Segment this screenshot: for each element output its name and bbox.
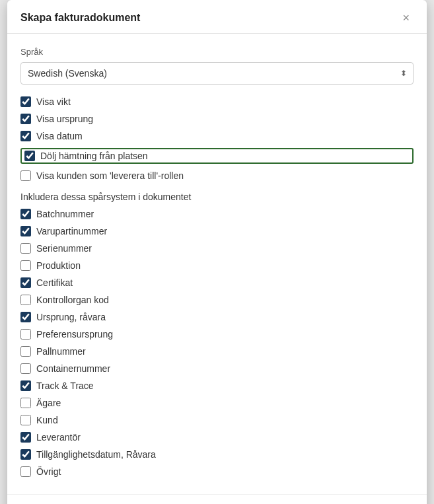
visa-datum-checkbox[interactable]: [20, 131, 31, 141]
tillganglighetsdatum-checkbox[interactable]: [20, 449, 31, 460]
list-item: Kontrollorgan kod: [20, 295, 414, 305]
list-item: Batchnummer: [20, 209, 414, 219]
visa-ursprung-checkbox[interactable]: [20, 114, 31, 124]
certifikat-label[interactable]: Certifikat: [36, 277, 73, 288]
varupartinummer-checkbox[interactable]: [20, 226, 31, 236]
close-button[interactable]: ×: [398, 11, 414, 25]
batchnummer-checkbox[interactable]: [20, 209, 31, 219]
tracking-checkbox-list: Batchnummer Varupartinummer Serienummer …: [20, 209, 414, 477]
list-item: Track & Trace: [20, 380, 414, 391]
list-item: Visa datum: [20, 131, 414, 141]
list-item: Tillgänglighetsdatum, Råvara: [20, 449, 414, 460]
dolj-hamtning-label[interactable]: Dölj hämtning från platsen: [40, 151, 148, 161]
kontrollorgan-label[interactable]: Kontrollorgan kod: [36, 295, 109, 305]
ursprung-ravara-label[interactable]: Ursprung, råvara: [36, 312, 106, 322]
agare-checkbox[interactable]: [20, 398, 31, 408]
list-item: Preferensursprung: [20, 329, 414, 340]
serienummer-checkbox[interactable]: [20, 243, 31, 254]
varupartinummer-label[interactable]: Varupartinummer: [36, 226, 107, 236]
list-item: Ägare: [20, 398, 414, 408]
list-item: Varupartinummer: [20, 226, 414, 236]
produktion-label[interactable]: Produktion: [36, 260, 81, 271]
visa-ursprung-label[interactable]: Visa ursprung: [36, 114, 93, 124]
track-trace-checkbox[interactable]: [20, 380, 31, 391]
list-item: Containernummer: [20, 363, 414, 374]
preferensursprung-label[interactable]: Preferensursprung: [36, 329, 113, 340]
preferensursprung-checkbox[interactable]: [20, 329, 31, 340]
pallnummer-checkbox[interactable]: [20, 346, 31, 357]
tillganglighetsdatum-label[interactable]: Tillgänglighetsdatum, Råvara: [36, 449, 156, 460]
visa-vikt-checkbox[interactable]: [20, 96, 31, 107]
visa-kunden-label[interactable]: Visa kunden som 'leverera till'-rollen: [36, 170, 184, 181]
kund-label[interactable]: Kund: [36, 415, 58, 425]
list-item: Leverantör: [20, 432, 414, 443]
language-select-wrapper: Swedish (Svenska)EnglishGermanFrench ⬍: [20, 62, 414, 85]
list-item: Visa vikt: [20, 96, 414, 107]
certifikat-checkbox[interactable]: [20, 277, 31, 288]
produktion-checkbox[interactable]: [20, 260, 31, 271]
top-checkbox-list: Visa vikt Visa ursprung Visa datum Dölj …: [20, 96, 414, 181]
agare-label[interactable]: Ägare: [36, 398, 61, 408]
modal-title: Skapa fakturadokument: [20, 12, 140, 24]
kund-checkbox[interactable]: [20, 415, 31, 425]
list-item: Serienummer: [20, 243, 414, 254]
visa-kunden-checkbox[interactable]: [20, 170, 31, 181]
kontrollorgan-checkbox[interactable]: [20, 295, 31, 305]
serienummer-label[interactable]: Serienummer: [36, 243, 92, 254]
language-label: Språk: [20, 47, 414, 57]
list-item: Pallnummer: [20, 346, 414, 357]
language-select[interactable]: Swedish (Svenska)EnglishGermanFrench: [20, 62, 414, 85]
pallnummer-label[interactable]: Pallnummer: [36, 346, 86, 357]
modal-header: Skapa fakturadokument ×: [7, 0, 427, 34]
ovrigt-checkbox[interactable]: [20, 466, 31, 477]
modal-dialog: Skapa fakturadokument × Språk Swedish (S…: [7, 0, 427, 504]
batchnummer-label[interactable]: Batchnummer: [36, 209, 94, 219]
dolj-hamtning-checkbox[interactable]: [24, 151, 35, 161]
list-item: Certifikat: [20, 277, 414, 288]
ovrigt-label[interactable]: Övrigt: [36, 466, 61, 477]
visa-vikt-label[interactable]: Visa vikt: [36, 96, 71, 107]
list-item: Kund: [20, 415, 414, 425]
list-item: Visa kunden som 'leverera till'-rollen: [20, 170, 414, 181]
modal-body: Språk Swedish (Svenska)EnglishGermanFren…: [7, 34, 427, 494]
list-item: Visa ursprung: [20, 114, 414, 124]
ursprung-ravara-checkbox[interactable]: [20, 312, 31, 322]
track-trace-label[interactable]: Track & Trace: [36, 380, 94, 391]
leverantor-label[interactable]: Leverantör: [36, 432, 81, 443]
list-item: Produktion: [20, 260, 414, 271]
visa-datum-label[interactable]: Visa datum: [36, 131, 83, 141]
containernummer-checkbox[interactable]: [20, 363, 31, 374]
modal-footer: 📋 Skapa: [7, 494, 427, 504]
list-item: Ursprung, råvara: [20, 312, 414, 322]
modal-overlay: Skapa fakturadokument × Språk Swedish (S…: [0, 0, 434, 504]
highlighted-list-item: Dölj hämtning från platsen: [20, 148, 414, 164]
list-item: Övrigt: [20, 466, 414, 477]
leverantor-checkbox[interactable]: [20, 432, 31, 443]
tracking-section-header: Inkludera dessa spårsystem i dokumentet: [20, 192, 414, 202]
containernummer-label[interactable]: Containernummer: [36, 363, 110, 374]
